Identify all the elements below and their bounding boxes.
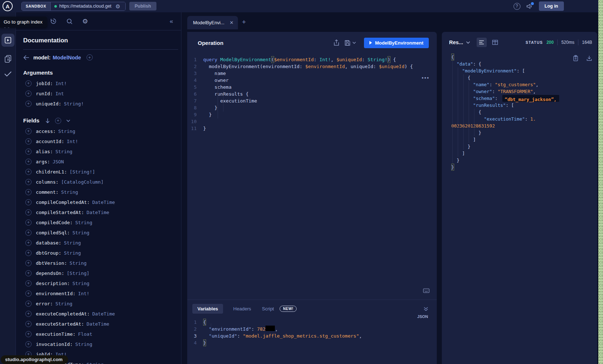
field-name[interactable]: compileCompletedAt: [36,200,90,205]
add-to-query-plus-icon[interactable]: + [25,138,32,145]
field-name[interactable]: description: [36,281,70,286]
field-name[interactable]: dependsOn: [36,271,64,276]
field-type-link[interactable]: String [75,342,92,347]
tab-script[interactable]: Script [261,304,275,314]
field-type-link[interactable]: [CatalogColumn] [61,179,104,185]
field-type-link[interactable]: Int! [67,139,78,144]
field-name[interactable]: runId: [36,91,53,96]
field-name[interactable]: columns: [36,179,59,185]
field-type-link[interactable]: Float [78,331,92,337]
field-type-link[interactable]: String [55,301,72,306]
field-type-link[interactable]: String [58,129,75,134]
add-to-query-plus-icon[interactable]: + [25,240,32,246]
keyboard-shortcuts-icon[interactable] [423,288,430,293]
add-to-query-plus-icon[interactable]: + [25,250,32,256]
field-type-link[interactable]: String! [64,101,84,106]
apollo-logo[interactable]: A [3,1,13,11]
add-to-query-plus-icon[interactable]: + [25,331,32,337]
add-to-query-plus-icon[interactable]: + [25,169,32,175]
field-name[interactable]: dbtVersion: [36,260,67,266]
add-to-query-plus-icon[interactable]: + [25,101,32,107]
add-to-query-plus-icon[interactable]: + [25,260,32,266]
field-name[interactable]: compiledSql: [36,230,70,235]
login-button[interactable]: Log in [539,1,564,11]
tab-headers[interactable]: Headers [233,304,252,314]
download-response-icon[interactable] [586,55,592,61]
run-operation-button[interactable]: ModelByEnvironment [364,38,429,48]
search-icon[interactable] [66,18,73,25]
history-icon[interactable] [50,18,57,25]
add-to-query-plus-icon[interactable]: + [25,91,32,97]
collapse-variables-icon[interactable] [424,307,428,311]
collections-nav-button[interactable] [0,54,16,64]
explorer-nav-button[interactable] [1,34,14,47]
add-field-plus-icon[interactable]: + [87,54,93,60]
field-name[interactable]: database: [36,240,61,246]
add-to-query-plus-icon[interactable]: + [25,219,32,226]
field-name[interactable]: compiledCode: [36,220,73,225]
publish-button[interactable]: Publish [129,2,156,11]
sandbox-badge[interactable]: SANDBOX [22,2,51,11]
save-icon[interactable] [344,40,351,46]
operation-editor[interactable]: ••• 1query ModelByEnvironment($environme… [187,54,437,297]
add-all-fields-icon[interactable]: + [55,118,61,124]
variables-editor[interactable]: 1{2 "environmentId": 782,3 "uniqueId": "… [187,319,437,346]
field-type-link[interactable]: DateTime [87,321,109,327]
add-to-query-plus-icon[interactable]: + [25,230,32,236]
field-type-link[interactable]: Int! [55,81,67,86]
chevron-down-icon[interactable] [66,120,70,122]
add-to-query-plus-icon[interactable]: + [25,209,32,216]
field-name[interactable]: compileStartedAt: [36,210,84,215]
field-name[interactable]: accountId: [36,139,64,144]
help-icon[interactable]: ? [514,3,520,10]
field-type-link[interactable]: DateTime [92,200,115,205]
tab-variables[interactable]: Variables [192,304,223,314]
add-to-query-plus-icon[interactable]: + [25,148,32,155]
add-to-query-plus-icon[interactable]: + [25,341,32,347]
field-name[interactable]: executeStartedAt: [36,321,84,327]
add-to-query-plus-icon[interactable]: + [25,301,32,307]
field-name[interactable]: invocationId: [36,342,73,347]
field-type-link[interactable]: Int! [78,291,89,296]
field-name[interactable]: dbtGroup: [36,250,61,256]
copy-response-icon[interactable] [573,55,578,62]
field-name[interactable]: comment: [36,189,59,195]
raw-view-button[interactable] [477,38,487,47]
add-to-query-plus-icon[interactable]: + [25,159,32,165]
add-to-query-plus-icon[interactable]: + [25,199,32,205]
field-type-link[interactable]: [String] [67,271,89,276]
sort-down-arrow-icon[interactable] [45,118,50,124]
field-type-link[interactable]: String [55,149,72,154]
field-type-link[interactable]: [String!] [70,169,95,175]
breadcrumb-type-link[interactable]: ModelNode [53,55,81,60]
field-type-link[interactable]: DateTime [87,210,109,215]
operation-tab[interactable]: ModelByEnvi... ✕ [187,16,238,29]
close-tab-icon[interactable]: ✕ [230,20,234,25]
add-to-query-plus-icon[interactable]: + [25,270,32,276]
field-name[interactable]: jobId: [36,81,53,86]
add-to-query-plus-icon[interactable]: + [25,311,32,317]
endpoint-settings-gear-icon[interactable]: ⚙ [116,4,120,9]
field-type-link[interactable]: String [72,281,89,286]
field-name[interactable]: executeCompletedAt: [36,311,90,317]
add-to-query-plus-icon[interactable]: + [25,189,32,195]
share-icon[interactable] [334,39,339,46]
new-tab-button[interactable]: + [242,18,246,26]
field-type-link[interactable]: DateTime [92,311,115,317]
add-to-query-plus-icon[interactable]: + [25,179,32,185]
field-type-link[interactable]: String [87,362,104,364]
field-type-link[interactable]: Int [55,91,64,96]
field-type-link[interactable]: String [75,220,92,225]
add-to-query-plus-icon[interactable]: + [25,80,32,87]
add-to-query-plus-icon[interactable]: + [25,280,32,286]
checks-nav-button[interactable] [0,71,16,77]
save-dropdown-chevron-icon[interactable] [352,42,356,44]
field-name[interactable]: access: [36,129,56,134]
back-arrow-icon[interactable] [23,55,29,60]
field-type-link[interactable]: String [64,250,81,256]
field-type-link[interactable]: JSON [53,159,64,164]
table-view-button[interactable] [490,38,500,47]
field-name[interactable]: childrenL1: [36,169,67,175]
schema-settings-gear-icon[interactable]: ⚙ [82,18,88,25]
field-name[interactable]: environmentId: [36,291,76,296]
